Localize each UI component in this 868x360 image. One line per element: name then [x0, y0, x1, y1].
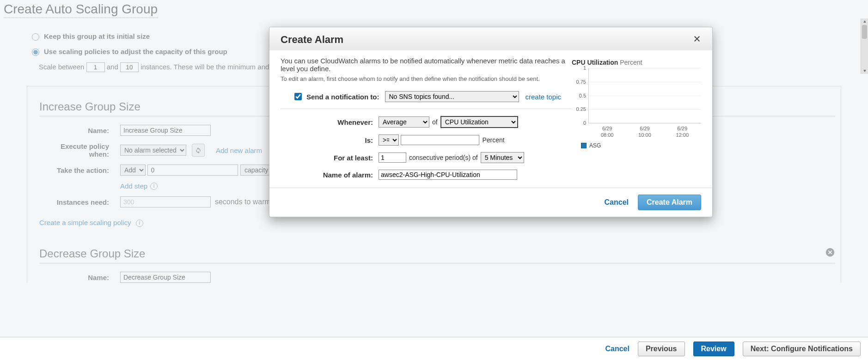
y-tick: 0.5	[579, 93, 586, 98]
for-at-least-label: For at least:	[281, 154, 379, 162]
x-tick: 6/2910:00	[638, 125, 651, 139]
modal-subdescription: To edit an alarm, first choose whom to n…	[281, 75, 572, 82]
threshold-input[interactable]	[401, 135, 479, 145]
metric-select[interactable]: CPU Utilization	[440, 116, 518, 128]
whenever-label: Whenever:	[281, 118, 379, 126]
comparator-select[interactable]: >=	[379, 134, 399, 146]
send-notification-label: Send a notification to:	[306, 93, 385, 101]
alarm-name-label: Name of alarm:	[281, 171, 379, 179]
y-tick: 0	[583, 120, 586, 126]
chart-title: CPU Utilization	[572, 59, 618, 66]
next-button[interactable]: Next: Configure Notifications	[743, 342, 861, 356]
scrollbar-thumb[interactable]	[862, 25, 867, 39]
y-tick: 1	[583, 65, 586, 71]
metric-chart: CPU Utilization Percent 1 0.75 0.5 0.25 …	[572, 57, 701, 183]
create-topic-link[interactable]: create topic	[526, 93, 562, 101]
unit-label: Percent	[482, 136, 504, 144]
consecutive-label: consecutive period(s) of	[409, 154, 478, 161]
modal-title: Create Alarm	[281, 34, 343, 46]
is-label: Is:	[281, 136, 379, 144]
scroll-down-icon	[863, 69, 867, 73]
modal-cancel-button[interactable]: Cancel	[605, 198, 629, 207]
period-length-select[interactable]: 5 Minutes	[481, 152, 524, 163]
scroll-up-icon	[863, 20, 867, 24]
x-tick: 6/2912:00	[676, 125, 689, 139]
previous-button[interactable]: Previous	[638, 342, 685, 356]
statistic-select[interactable]: Average	[379, 116, 429, 128]
chart-subtitle: Percent	[620, 59, 642, 66]
y-tick: 0.25	[576, 106, 586, 112]
alarm-name-input[interactable]	[379, 170, 517, 180]
create-alarm-modal: Create Alarm You can use CloudWatch alar…	[269, 27, 713, 217]
review-button[interactable]: Review	[693, 342, 734, 356]
create-alarm-button[interactable]: Create Alarm	[638, 195, 701, 210]
send-notification-checkbox[interactable]	[294, 93, 302, 100]
x-tick: 6/2908:00	[601, 125, 614, 139]
legend-label: ASG	[589, 142, 601, 149]
legend-swatch	[581, 143, 587, 148]
of-label: of	[432, 118, 438, 126]
wizard-cancel-button[interactable]: Cancel	[605, 345, 629, 353]
periods-input[interactable]	[379, 153, 406, 163]
close-icon	[693, 35, 701, 43]
wizard-footer: Cancel Previous Review Next: Configure N…	[0, 337, 868, 360]
modal-description: You can use CloudWatch alarms to be noti…	[281, 57, 572, 73]
modal-close-button[interactable]	[693, 35, 701, 45]
sns-topic-select[interactable]: No SNS topics found...	[385, 91, 519, 102]
y-tick: 0.75	[576, 79, 586, 85]
content-scrollbar[interactable]	[861, 18, 868, 74]
